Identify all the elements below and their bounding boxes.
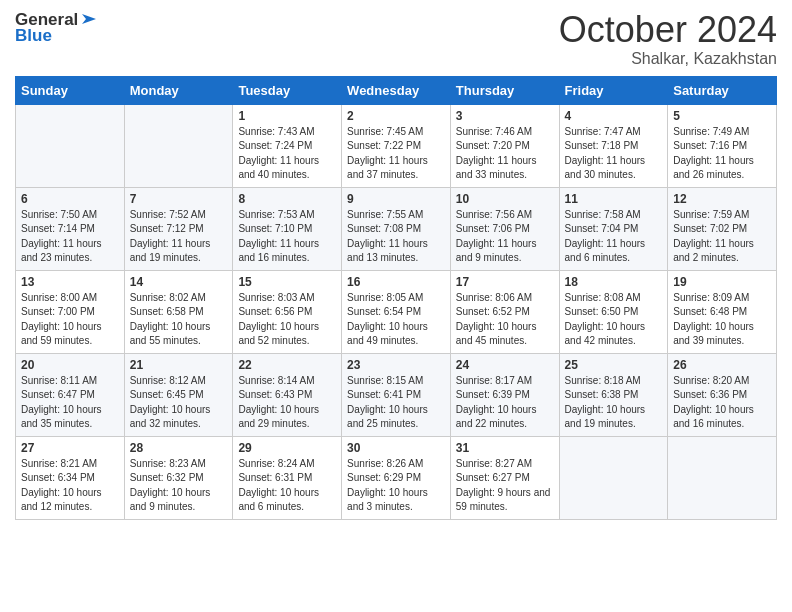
calendar-cell: [559, 436, 668, 519]
calendar-cell: 25Sunrise: 8:18 AMSunset: 6:38 PMDayligh…: [559, 353, 668, 436]
calendar-cell: 23Sunrise: 8:15 AMSunset: 6:41 PMDayligh…: [342, 353, 451, 436]
day-info: Sunrise: 7:43 AMSunset: 7:24 PMDaylight:…: [238, 125, 336, 183]
day-info: Sunrise: 7:47 AMSunset: 7:18 PMDaylight:…: [565, 125, 663, 183]
calendar-cell: 6Sunrise: 7:50 AMSunset: 7:14 PMDaylight…: [16, 187, 125, 270]
logo-blue-text: Blue: [15, 26, 52, 46]
day-number: 13: [21, 275, 119, 289]
day-info: Sunrise: 8:05 AMSunset: 6:54 PMDaylight:…: [347, 291, 445, 349]
day-number: 11: [565, 192, 663, 206]
day-info: Sunrise: 8:02 AMSunset: 6:58 PMDaylight:…: [130, 291, 228, 349]
day-number: 1: [238, 109, 336, 123]
calendar-cell: 13Sunrise: 8:00 AMSunset: 7:00 PMDayligh…: [16, 270, 125, 353]
calendar-header-row: SundayMondayTuesdayWednesdayThursdayFrid…: [16, 76, 777, 104]
calendar-cell: 22Sunrise: 8:14 AMSunset: 6:43 PMDayligh…: [233, 353, 342, 436]
col-header-saturday: Saturday: [668, 76, 777, 104]
day-number: 21: [130, 358, 228, 372]
day-number: 23: [347, 358, 445, 372]
day-number: 14: [130, 275, 228, 289]
calendar-cell: 12Sunrise: 7:59 AMSunset: 7:02 PMDayligh…: [668, 187, 777, 270]
col-header-monday: Monday: [124, 76, 233, 104]
calendar-cell: 1Sunrise: 7:43 AMSunset: 7:24 PMDaylight…: [233, 104, 342, 187]
col-header-tuesday: Tuesday: [233, 76, 342, 104]
day-info: Sunrise: 7:55 AMSunset: 7:08 PMDaylight:…: [347, 208, 445, 266]
calendar-cell: 5Sunrise: 7:49 AMSunset: 7:16 PMDaylight…: [668, 104, 777, 187]
day-number: 2: [347, 109, 445, 123]
day-number: 12: [673, 192, 771, 206]
calendar-cell: 2Sunrise: 7:45 AMSunset: 7:22 PMDaylight…: [342, 104, 451, 187]
day-info: Sunrise: 7:46 AMSunset: 7:20 PMDaylight:…: [456, 125, 554, 183]
day-info: Sunrise: 8:24 AMSunset: 6:31 PMDaylight:…: [238, 457, 336, 515]
day-info: Sunrise: 8:11 AMSunset: 6:47 PMDaylight:…: [21, 374, 119, 432]
day-number: 15: [238, 275, 336, 289]
day-info: Sunrise: 8:20 AMSunset: 6:36 PMDaylight:…: [673, 374, 771, 432]
col-header-sunday: Sunday: [16, 76, 125, 104]
svg-marker-0: [82, 14, 96, 24]
day-number: 22: [238, 358, 336, 372]
title-block: October 2024 Shalkar, Kazakhstan: [559, 10, 777, 68]
day-number: 5: [673, 109, 771, 123]
day-info: Sunrise: 8:23 AMSunset: 6:32 PMDaylight:…: [130, 457, 228, 515]
calendar-cell: 8Sunrise: 7:53 AMSunset: 7:10 PMDaylight…: [233, 187, 342, 270]
day-number: 3: [456, 109, 554, 123]
day-info: Sunrise: 8:17 AMSunset: 6:39 PMDaylight:…: [456, 374, 554, 432]
calendar-cell: 9Sunrise: 7:55 AMSunset: 7:08 PMDaylight…: [342, 187, 451, 270]
day-info: Sunrise: 7:58 AMSunset: 7:04 PMDaylight:…: [565, 208, 663, 266]
calendar-cell: 21Sunrise: 8:12 AMSunset: 6:45 PMDayligh…: [124, 353, 233, 436]
day-number: 16: [347, 275, 445, 289]
day-number: 27: [21, 441, 119, 455]
calendar-cell: 30Sunrise: 8:26 AMSunset: 6:29 PMDayligh…: [342, 436, 451, 519]
calendar-cell: 4Sunrise: 7:47 AMSunset: 7:18 PMDaylight…: [559, 104, 668, 187]
calendar-cell: 27Sunrise: 8:21 AMSunset: 6:34 PMDayligh…: [16, 436, 125, 519]
day-info: Sunrise: 8:08 AMSunset: 6:50 PMDaylight:…: [565, 291, 663, 349]
day-number: 29: [238, 441, 336, 455]
logo: General Blue: [15, 10, 98, 46]
month-title: October 2024: [559, 10, 777, 50]
day-info: Sunrise: 8:03 AMSunset: 6:56 PMDaylight:…: [238, 291, 336, 349]
col-header-thursday: Thursday: [450, 76, 559, 104]
calendar-cell: [124, 104, 233, 187]
calendar-cell: 19Sunrise: 8:09 AMSunset: 6:48 PMDayligh…: [668, 270, 777, 353]
calendar-cell: [16, 104, 125, 187]
location: Shalkar, Kazakhstan: [559, 50, 777, 68]
day-number: 31: [456, 441, 554, 455]
day-info: Sunrise: 7:49 AMSunset: 7:16 PMDaylight:…: [673, 125, 771, 183]
calendar-cell: 16Sunrise: 8:05 AMSunset: 6:54 PMDayligh…: [342, 270, 451, 353]
day-number: 25: [565, 358, 663, 372]
day-number: 18: [565, 275, 663, 289]
day-info: Sunrise: 7:56 AMSunset: 7:06 PMDaylight:…: [456, 208, 554, 266]
calendar-week-row: 20Sunrise: 8:11 AMSunset: 6:47 PMDayligh…: [16, 353, 777, 436]
day-info: Sunrise: 7:53 AMSunset: 7:10 PMDaylight:…: [238, 208, 336, 266]
logo-arrow-icon: [80, 10, 98, 28]
day-number: 7: [130, 192, 228, 206]
calendar-week-row: 13Sunrise: 8:00 AMSunset: 7:00 PMDayligh…: [16, 270, 777, 353]
day-info: Sunrise: 8:18 AMSunset: 6:38 PMDaylight:…: [565, 374, 663, 432]
calendar-cell: 28Sunrise: 8:23 AMSunset: 6:32 PMDayligh…: [124, 436, 233, 519]
day-number: 9: [347, 192, 445, 206]
calendar-cell: 29Sunrise: 8:24 AMSunset: 6:31 PMDayligh…: [233, 436, 342, 519]
calendar-cell: 18Sunrise: 8:08 AMSunset: 6:50 PMDayligh…: [559, 270, 668, 353]
calendar-cell: 20Sunrise: 8:11 AMSunset: 6:47 PMDayligh…: [16, 353, 125, 436]
calendar-week-row: 27Sunrise: 8:21 AMSunset: 6:34 PMDayligh…: [16, 436, 777, 519]
day-number: 6: [21, 192, 119, 206]
day-number: 28: [130, 441, 228, 455]
day-number: 20: [21, 358, 119, 372]
day-info: Sunrise: 8:26 AMSunset: 6:29 PMDaylight:…: [347, 457, 445, 515]
day-number: 4: [565, 109, 663, 123]
day-number: 24: [456, 358, 554, 372]
day-info: Sunrise: 8:00 AMSunset: 7:00 PMDaylight:…: [21, 291, 119, 349]
day-info: Sunrise: 8:12 AMSunset: 6:45 PMDaylight:…: [130, 374, 228, 432]
calendar-cell: 10Sunrise: 7:56 AMSunset: 7:06 PMDayligh…: [450, 187, 559, 270]
calendar-cell: 14Sunrise: 8:02 AMSunset: 6:58 PMDayligh…: [124, 270, 233, 353]
calendar-cell: 24Sunrise: 8:17 AMSunset: 6:39 PMDayligh…: [450, 353, 559, 436]
day-info: Sunrise: 7:50 AMSunset: 7:14 PMDaylight:…: [21, 208, 119, 266]
day-info: Sunrise: 8:21 AMSunset: 6:34 PMDaylight:…: [21, 457, 119, 515]
calendar-table: SundayMondayTuesdayWednesdayThursdayFrid…: [15, 76, 777, 520]
day-info: Sunrise: 8:15 AMSunset: 6:41 PMDaylight:…: [347, 374, 445, 432]
day-info: Sunrise: 8:14 AMSunset: 6:43 PMDaylight:…: [238, 374, 336, 432]
day-info: Sunrise: 8:09 AMSunset: 6:48 PMDaylight:…: [673, 291, 771, 349]
day-info: Sunrise: 8:27 AMSunset: 6:27 PMDaylight:…: [456, 457, 554, 515]
col-header-wednesday: Wednesday: [342, 76, 451, 104]
calendar-cell: 11Sunrise: 7:58 AMSunset: 7:04 PMDayligh…: [559, 187, 668, 270]
calendar-cell: 3Sunrise: 7:46 AMSunset: 7:20 PMDaylight…: [450, 104, 559, 187]
day-number: 17: [456, 275, 554, 289]
